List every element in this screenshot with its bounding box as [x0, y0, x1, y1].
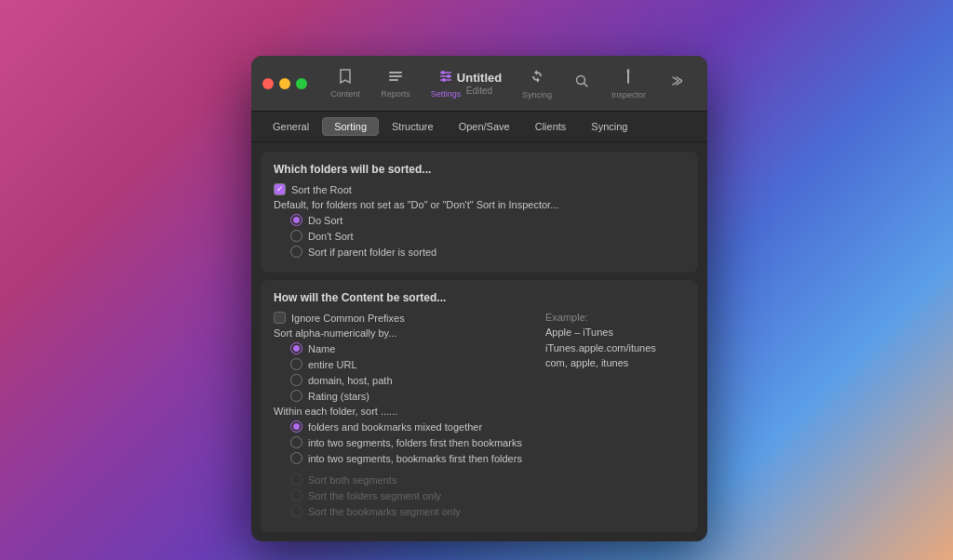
rating-label: Rating (stars): [308, 391, 369, 402]
maximize-button[interactable]: [296, 78, 307, 89]
radio-dont-sort[interactable]: [290, 230, 302, 242]
svg-rect-0: [389, 72, 402, 73]
toolbar-syncing[interactable]: Syncing: [517, 64, 557, 103]
option-folders-first: into two segments, folders first then bo…: [290, 436, 536, 448]
example-label: Example:: [545, 312, 685, 323]
radio-folders-first[interactable]: [290, 436, 302, 448]
toolbar-search[interactable]: [561, 70, 602, 98]
toolbar-more[interactable]: [655, 71, 696, 97]
toolbar-content[interactable]: Content: [322, 64, 369, 102]
section-which-folders-title: Which folders will be sorted...: [274, 163, 685, 176]
inspector-icon: [621, 68, 636, 88]
option-default-label: Default, for folders not set as "Do" or …: [274, 199, 685, 210]
svg-point-12: [627, 70, 630, 73]
tab-structure[interactable]: Structure: [380, 117, 446, 136]
option-ignore-prefixes: Ignore Common Prefixes: [274, 312, 536, 324]
name-label: Name: [308, 343, 335, 354]
option-within-folder-label: Within each folder, sort ......: [274, 406, 536, 417]
tab-sorting[interactable]: Sorting: [322, 117, 379, 136]
tab-general[interactable]: General: [261, 117, 321, 136]
app-window: Content Reports: [251, 56, 707, 541]
window-subtitle: Edited: [457, 86, 502, 96]
option-alpha-label: Sort alpha-numerically by...: [274, 327, 536, 339]
toolbar-left: Content Reports: [322, 64, 469, 102]
radio-do-sort[interactable]: [290, 214, 302, 226]
example-line-3: com, apple, itunes: [545, 355, 685, 371]
option-rating: Rating (stars): [290, 390, 536, 402]
folders-first-label: into two segments, folders first then bo…: [308, 437, 522, 448]
traffic-lights: [262, 78, 307, 89]
option-dont-sort: Don't Sort: [290, 230, 685, 242]
domain-label: domain, host, path: [308, 375, 393, 386]
reports-icon: [387, 68, 404, 87]
radio-sort-both[interactable]: [290, 473, 302, 486]
chevron-right-icon: [669, 74, 682, 91]
sort-parent-label: Sort if parent folder is sorted: [308, 247, 436, 258]
sort-bookmarks-seg-label: Sort the bookmarks segment only: [308, 506, 461, 517]
svg-rect-2: [389, 79, 398, 81]
within-folder-text: Within each folder, sort ......: [274, 406, 397, 417]
do-sort-label: Do Sort: [308, 215, 342, 226]
section-which-folders: Which folders will be sorted... ✓ Sort t…: [261, 152, 698, 273]
sync-icon: [529, 68, 545, 88]
entire-url-label: entire URL: [308, 359, 357, 370]
svg-point-8: [442, 78, 446, 82]
example-line-2: iTunes.apple.com/itunes: [545, 340, 685, 356]
sort-root-label: Sort the Root: [291, 184, 352, 195]
radio-sort-bookmarks-seg[interactable]: [290, 505, 302, 517]
tab-syncing[interactable]: Syncing: [579, 117, 639, 136]
svg-line-10: [584, 83, 587, 87]
example-text: Apple – iTunes iTunes.apple.com/itunes c…: [545, 325, 685, 371]
sort-both-label: Sort both segments: [308, 474, 396, 486]
option-mixed: folders and bookmarks mixed together: [290, 420, 536, 433]
svg-point-4: [441, 71, 445, 74]
dont-sort-label: Don't Sort: [308, 231, 354, 242]
radio-bookmarks-first[interactable]: [290, 452, 302, 464]
section-how-sorted: How will the Content be sorted... Ignore…: [261, 280, 698, 532]
svg-point-6: [447, 74, 450, 78]
option-domain: domain, host, path: [290, 374, 536, 386]
option-sort-parent: Sort if parent folder is sorted: [290, 246, 685, 258]
toolbar-right: Syncing Inspector: [517, 64, 696, 103]
option-entire-url: entire URL: [290, 358, 536, 370]
alpha-label-text: Sort alpha-numerically by...: [274, 327, 396, 339]
search-icon: [574, 73, 589, 92]
mixed-label: folders and bookmarks mixed together: [308, 421, 482, 433]
toolbar-inspector-label: Inspector: [611, 90, 646, 100]
section-how-sorted-title: How will the Content be sorted...: [274, 291, 685, 304]
tabs-bar: General Sorting Structure Open/Save Clie…: [251, 112, 707, 142]
option-sort-folders-seg: Sort the folders segment only: [290, 489, 536, 501]
option-do-sort: Do Sort: [290, 214, 685, 226]
radio-entire-url[interactable]: [290, 358, 302, 370]
minimize-button[interactable]: [279, 78, 290, 89]
radio-mixed[interactable]: [290, 420, 302, 433]
option-sort-root: ✓ Sort the Root: [274, 183, 685, 195]
two-col-layout: Ignore Common Prefixes Sort alpha-numeri…: [274, 312, 685, 521]
svg-rect-1: [389, 75, 402, 77]
window-title: Untitled: [457, 71, 502, 86]
ignore-prefixes-label: Ignore Common Prefixes: [291, 313, 405, 324]
settings-icon: [437, 68, 454, 87]
toolbar-reports[interactable]: Reports: [372, 64, 419, 102]
checkbox-ignore-prefixes[interactable]: [274, 312, 286, 324]
right-column-example: Example: Apple – iTunes iTunes.apple.com…: [536, 312, 685, 521]
bookmarks-first-label: into two segments, bookmarks first then …: [308, 453, 522, 464]
radio-rating[interactable]: [290, 390, 302, 402]
sort-folders-seg-label: Sort the folders segment only: [308, 490, 441, 501]
option-sort-bookmarks-seg: Sort the bookmarks segment only: [290, 505, 536, 517]
left-column: Ignore Common Prefixes Sort alpha-numeri…: [274, 312, 536, 521]
toolbar-inspector[interactable]: Inspector: [606, 64, 651, 103]
checkbox-sort-root[interactable]: ✓: [274, 183, 286, 195]
option-name: Name: [290, 342, 536, 354]
radio-sort-folders-seg[interactable]: [290, 489, 302, 501]
radio-sort-parent[interactable]: [290, 246, 302, 258]
main-content: Which folders will be sorted... ✓ Sort t…: [251, 142, 707, 541]
tab-clients[interactable]: Clients: [523, 117, 579, 136]
close-button[interactable]: [262, 78, 274, 89]
window-title-area: Untitled Edited: [457, 71, 502, 96]
default-label-text: Default, for folders not set as "Do" or …: [274, 199, 558, 210]
radio-domain[interactable]: [290, 374, 302, 386]
tab-opensave[interactable]: Open/Save: [447, 117, 522, 136]
radio-name[interactable]: [290, 342, 302, 354]
example-line-1: Apple – iTunes: [545, 325, 685, 340]
